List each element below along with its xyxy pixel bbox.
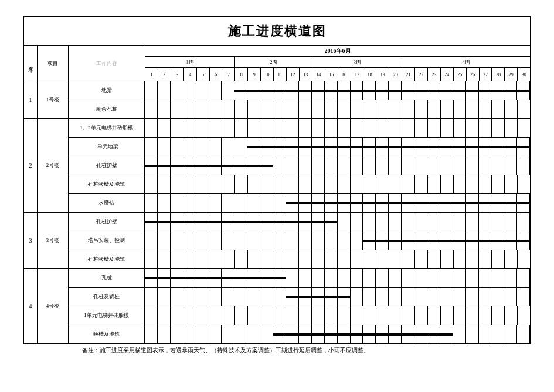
day-cell bbox=[196, 306, 209, 325]
day-cell bbox=[505, 100, 518, 118]
day-cell bbox=[389, 156, 402, 175]
day-cell bbox=[427, 269, 440, 287]
day-cell bbox=[428, 306, 441, 325]
day-cell bbox=[351, 288, 363, 306]
task-calendar bbox=[145, 119, 530, 137]
day-cell bbox=[414, 288, 427, 306]
day-cell bbox=[428, 175, 441, 193]
day-label: 4 bbox=[184, 68, 197, 81]
day-label: 14 bbox=[312, 68, 325, 81]
day-cell bbox=[440, 288, 453, 306]
day-cell bbox=[209, 175, 222, 193]
day-cell bbox=[351, 175, 363, 193]
day-cell bbox=[466, 156, 479, 175]
day-cell bbox=[247, 288, 260, 306]
day-cell bbox=[376, 213, 389, 231]
day-cell bbox=[338, 119, 351, 137]
day-cell bbox=[376, 175, 389, 193]
day-cell bbox=[171, 231, 183, 250]
day-cell bbox=[466, 269, 479, 287]
day-cell bbox=[273, 194, 286, 212]
day-cell bbox=[183, 325, 196, 343]
day-label: 22 bbox=[415, 68, 428, 81]
day-cell bbox=[171, 250, 183, 268]
day-cell bbox=[145, 175, 158, 193]
day-cell bbox=[234, 231, 247, 250]
day-cell bbox=[351, 231, 363, 250]
day-cell bbox=[247, 231, 260, 250]
day-cell bbox=[196, 81, 209, 100]
day-cell bbox=[491, 288, 504, 306]
tasks-container: 1、2单元电梯井砖胎模1单元地梁孔桩护壁孔桩验槽及浇筑水磨钻 bbox=[69, 119, 530, 212]
day-cell bbox=[441, 100, 454, 118]
day-cell bbox=[492, 306, 505, 325]
day-cell bbox=[504, 269, 517, 287]
day-cell bbox=[479, 269, 492, 287]
day-cell bbox=[441, 306, 454, 325]
day-cell bbox=[312, 156, 325, 175]
project-group: 33号楼孔桩护壁塔吊安装、检测孔桩验槽及浇筑 bbox=[24, 213, 530, 269]
day-cell bbox=[466, 119, 479, 137]
day-label: 26 bbox=[467, 68, 480, 81]
day-label: 19 bbox=[376, 68, 389, 81]
day-cell bbox=[351, 250, 363, 268]
day-label: 21 bbox=[402, 68, 415, 81]
task-name: 1、2单元电梯井砖胎模 bbox=[69, 119, 145, 137]
day-cell bbox=[209, 250, 222, 268]
day-cell bbox=[325, 231, 338, 250]
task-calendar bbox=[145, 175, 530, 193]
task-name: 1单元电梯井砖胎模 bbox=[69, 306, 145, 325]
day-cell bbox=[260, 325, 273, 343]
day-cell bbox=[209, 119, 222, 137]
day-cell bbox=[363, 156, 376, 175]
day-cell bbox=[234, 194, 247, 212]
day-label: 3 bbox=[171, 68, 184, 81]
day-cell bbox=[196, 325, 209, 343]
day-cell bbox=[183, 306, 196, 325]
day-cell bbox=[351, 100, 363, 118]
day-cell bbox=[466, 250, 479, 268]
day-cell bbox=[466, 288, 479, 306]
day-cell bbox=[376, 306, 389, 325]
task-row: 孔桩及斩桩 bbox=[69, 288, 530, 306]
day-cell bbox=[183, 81, 196, 100]
day-cell bbox=[376, 119, 389, 137]
task-name: 孔桩及斩桩 bbox=[69, 288, 145, 306]
task-name: 孔桩护壁 bbox=[69, 213, 145, 231]
day-cell bbox=[505, 119, 518, 137]
day-label: 12 bbox=[287, 68, 300, 81]
day-cell bbox=[415, 306, 428, 325]
day-cell bbox=[158, 81, 171, 100]
week-label: 1周 bbox=[145, 57, 235, 67]
project-cell: 2号楼 bbox=[38, 119, 69, 212]
day-cell bbox=[338, 231, 351, 250]
day-cell bbox=[491, 269, 504, 287]
day-cell bbox=[363, 288, 376, 306]
gantt-bar bbox=[273, 333, 453, 336]
day-label: 23 bbox=[428, 68, 441, 81]
day-cell bbox=[222, 119, 235, 137]
project-group: 11号楼地梁剩余孔桩 bbox=[24, 81, 530, 119]
day-label: 30 bbox=[518, 68, 530, 81]
day-cell bbox=[196, 194, 209, 212]
day-cell bbox=[222, 100, 235, 118]
day-cell bbox=[209, 231, 222, 250]
day-label: 28 bbox=[492, 68, 505, 81]
day-cell bbox=[479, 213, 492, 231]
day-cell bbox=[299, 306, 312, 325]
day-cell bbox=[222, 306, 235, 325]
col-seq-label: 序号 bbox=[24, 46, 38, 81]
day-cell bbox=[466, 213, 479, 231]
day-cell bbox=[518, 306, 530, 325]
day-cell bbox=[183, 119, 196, 137]
day-cell bbox=[504, 288, 517, 306]
day-cell bbox=[389, 269, 402, 287]
day-cell bbox=[517, 269, 530, 287]
day-cell bbox=[171, 194, 183, 212]
day-cell bbox=[209, 81, 222, 100]
week-label: 2周 bbox=[235, 57, 312, 67]
day-cell bbox=[196, 231, 209, 250]
gantt-bar bbox=[234, 90, 530, 92]
day-cell bbox=[196, 100, 209, 118]
task-calendar bbox=[145, 194, 530, 212]
